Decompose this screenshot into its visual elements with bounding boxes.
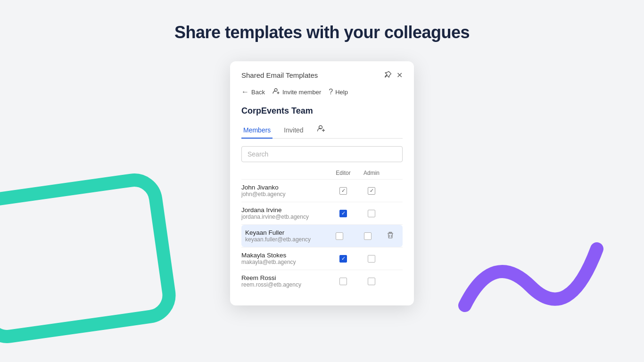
members-table: Editor Admin John Jivanko john@etb.agenc… [241, 170, 403, 292]
table-row: John Jivanko john@etb.agency [241, 180, 403, 202]
tabs-bar: Members Invited [241, 123, 403, 139]
editor-checkbox-cell [325, 232, 354, 240]
background-decoration-purple [455, 211, 606, 343]
tab-members[interactable]: Members [241, 123, 272, 139]
member-name: Makayla Stokes [241, 252, 329, 259]
tab-invited[interactable]: Invited [282, 123, 305, 139]
member-email: jordana.irvine@etb.agency [241, 214, 329, 220]
admin-checkbox[interactable] [368, 255, 375, 263]
editor-checkbox-cell [329, 210, 357, 217]
help-button[interactable]: ? Help [329, 88, 348, 96]
table-header: Editor Admin [241, 170, 403, 179]
editor-checkbox[interactable] [339, 255, 347, 263]
help-label: Help [335, 89, 348, 96]
member-email: john@etb.agency [241, 191, 329, 197]
member-name: Keyaan Fuller [245, 229, 325, 236]
add-member-tab-icon[interactable] [317, 124, 325, 135]
search-input[interactable] [241, 146, 403, 162]
editor-checkbox[interactable] [339, 278, 347, 285]
dialog-titlebar: Shared Email Templates ✕ [241, 71, 403, 80]
table-row: Makayla Stokes makayla@etb.agency [241, 247, 403, 270]
member-name: John Jivanko [241, 184, 329, 191]
help-icon: ? [329, 88, 333, 96]
invite-member-icon [272, 87, 280, 97]
admin-checkbox[interactable] [368, 187, 375, 195]
table-row: Reem Rossi reem.rossi@etb.agency [241, 270, 403, 292]
member-email: makayla@etb.agency [241, 259, 329, 265]
admin-checkbox[interactable] [368, 278, 375, 285]
dialog-nav: ← Back Invite member ? Help [241, 87, 403, 97]
back-arrow-icon: ← [241, 88, 249, 96]
editor-checkbox[interactable] [339, 210, 347, 217]
share-dialog: Shared Email Templates ✕ ← Back [230, 61, 414, 305]
background-decoration-green [0, 170, 179, 346]
row-action-cell[interactable] [382, 231, 399, 241]
col-header-admin: Admin [357, 170, 386, 176]
member-email: reem.rossi@etb.agency [241, 281, 329, 288]
admin-checkbox-cell [354, 232, 382, 240]
admin-checkbox-cell [357, 210, 386, 217]
svg-rect-3 [388, 233, 393, 233]
editor-checkbox-cell [329, 255, 357, 263]
team-name: CorpEvents Team [241, 106, 403, 116]
admin-checkbox-cell [357, 187, 386, 195]
invite-member-button[interactable]: Invite member [272, 87, 321, 97]
admin-checkbox[interactable] [368, 210, 375, 217]
member-info: Jordana Irvine jordana.irvine@etb.agency [241, 206, 329, 220]
admin-checkbox-cell [357, 255, 386, 263]
editor-checkbox-cell [329, 187, 357, 195]
search-wrapper [241, 146, 403, 162]
member-info: Makayla Stokes makayla@etb.agency [241, 252, 329, 265]
page-heading: Share templates with your colleagues [0, 0, 644, 42]
delete-member-icon[interactable] [387, 231, 394, 241]
pin-icon[interactable] [384, 71, 392, 80]
table-row: Keyaan Fuller keyaan.fuller@etb.agency [241, 225, 403, 247]
member-info: Reem Rossi reem.rossi@etb.agency [241, 274, 329, 288]
table-row: Jordana Irvine jordana.irvine@etb.agency [241, 202, 403, 224]
invite-label: Invite member [282, 89, 321, 96]
close-icon[interactable]: ✕ [396, 72, 403, 79]
editor-checkbox[interactable] [339, 187, 347, 195]
member-info: John Jivanko john@etb.agency [241, 184, 329, 197]
member-info: Keyaan Fuller keyaan.fuller@etb.agency [245, 229, 325, 243]
col-header-editor: Editor [329, 170, 357, 176]
back-button[interactable]: ← Back [241, 88, 265, 96]
back-label: Back [251, 89, 265, 96]
admin-checkbox[interactable] [364, 232, 372, 240]
member-name: Jordana Irvine [241, 206, 329, 214]
member-name: Reem Rossi [241, 274, 329, 281]
dialog-title: Shared Email Templates [241, 71, 318, 79]
admin-checkbox-cell [357, 278, 386, 285]
titlebar-actions: ✕ [384, 71, 403, 80]
member-email: keyaan.fuller@etb.agency [245, 236, 325, 243]
editor-checkbox[interactable] [336, 232, 343, 240]
svg-rect-2 [389, 232, 392, 233]
editor-checkbox-cell [329, 278, 357, 285]
